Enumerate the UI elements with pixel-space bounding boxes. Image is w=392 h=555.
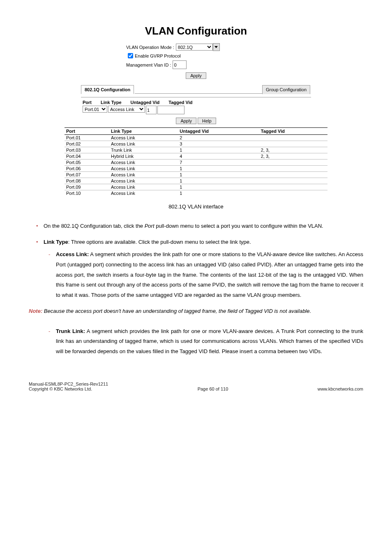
mode-label: VLAN Operation Mode : xyxy=(126,45,174,50)
table-row: Port.10Access Link1 xyxy=(65,190,327,197)
tab-panel: Port Link Type Untagged Vid Tagged Vid P… xyxy=(81,97,311,124)
table-row: Port.07Access Link1 xyxy=(65,172,327,178)
table-row: Port.03Trunk Link12, 3, xyxy=(65,147,327,153)
list-item: Trunk Link: A segment which provides the… xyxy=(56,326,363,357)
page-footer: Manual-ESML8P-PC2_Series-Rev1211 Copyrig… xyxy=(29,382,363,391)
gvrp-checkbox[interactable] xyxy=(128,53,133,58)
chevron-down-icon[interactable] xyxy=(213,43,220,51)
col-untagged: Untagged Vid xyxy=(131,100,160,105)
untagged-vid-input[interactable] xyxy=(146,106,157,114)
th-uv: Untagged Vid xyxy=(178,128,259,135)
page-title: VLAN Configuration xyxy=(29,25,363,37)
footer-page: Page 60 of 110 xyxy=(198,386,228,391)
table-row: Port.06Access Link1 xyxy=(65,166,327,172)
mgmt-vlan-input[interactable] xyxy=(173,60,187,69)
table-row: Port.09Access Link1 xyxy=(65,184,327,190)
th-port: Port xyxy=(65,128,109,135)
footer-url: www.kbcnetworks.com xyxy=(318,386,363,391)
mgmt-vlan-label: Management Vlan ID : xyxy=(126,62,171,67)
tab-8021q-config[interactable]: 802.1Q Configuration xyxy=(81,85,134,94)
col-linktype: Link Type xyxy=(101,100,122,105)
vlan-mode-panel: VLAN Operation Mode : 802.1Q Enable GVRP… xyxy=(126,43,266,69)
linktype-select[interactable]: Access Link xyxy=(108,106,145,113)
figure-caption: 802.1Q VLAN interface xyxy=(29,204,363,210)
table-row: Port.01Access Link2 xyxy=(65,135,327,141)
col-tagged: Tagged Vid xyxy=(168,100,192,105)
list-item-continuation: Trunk Link: A segment which provides the… xyxy=(44,326,363,357)
apply-button-top[interactable]: Apply xyxy=(186,72,206,79)
list-item: Access Link: A segment which provides th… xyxy=(56,250,363,300)
vlan-table: Port Link Type Untagged Vid Tagged Vid P… xyxy=(65,127,327,196)
table-row: Port.04Hybrid Link42, 3, xyxy=(65,153,327,160)
help-button[interactable]: Help xyxy=(198,118,216,124)
col-port: Port xyxy=(83,100,92,105)
list-item: On the 802.1Q Configuration tab, click t… xyxy=(44,221,363,231)
port-select[interactable]: Port.01 xyxy=(83,106,107,113)
vlan-mode-select[interactable]: 802.1Q xyxy=(176,44,213,51)
table-row: Port.08Access Link1 xyxy=(65,178,327,184)
tab-group-config[interactable]: Group Configuration xyxy=(262,85,310,94)
tagged-vid-input[interactable] xyxy=(157,106,184,114)
footer-copyright: Copyright © KBC Networks Ltd. xyxy=(29,386,108,391)
th-tv: Tagged Vid xyxy=(259,128,327,135)
note: Note: Because the access port doesn't ha… xyxy=(29,306,363,317)
gvrp-label: Enable GVRP Protocol xyxy=(135,53,181,58)
table-row: Port.05Access Link7 xyxy=(65,160,327,166)
tab-bar: 802.1Q Configuration Group Configuration xyxy=(81,85,311,94)
th-link: Link Type xyxy=(109,128,178,135)
list-item: Link Type: Three options are available. … xyxy=(44,237,363,301)
apply-button-mid[interactable]: Apply xyxy=(176,118,196,124)
footer-manual: Manual-ESML8P-PC2_Series-Rev1211 xyxy=(29,382,108,386)
table-row: Port.02Access Link3 xyxy=(65,141,327,147)
